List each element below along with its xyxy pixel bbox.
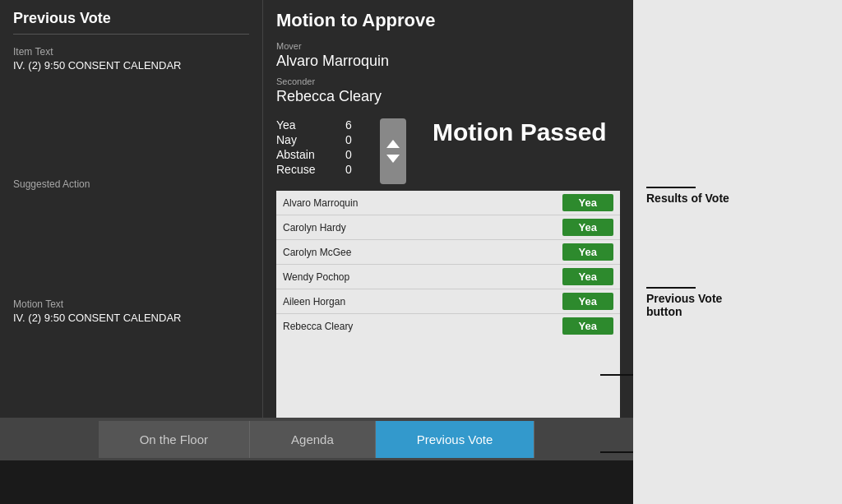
- tab-bar: On the FloorAgendaPrevious Vote: [0, 418, 633, 460]
- vote-badge: Yea: [562, 194, 613, 211]
- motion-text-value: IV. (2) 9:50 CONSENT CALENDAR: [13, 312, 249, 324]
- tab-agenda[interactable]: Agenda: [250, 421, 376, 458]
- tab-on-the-floor[interactable]: On the Floor: [99, 421, 250, 458]
- table-row: Alvaro MarroquinYea: [276, 191, 620, 215]
- vote-counts-table: Yea6Nay0Abstain0Recuse0: [276, 118, 370, 176]
- annotations-panel: Results of Vote Previous Vote button: [633, 0, 842, 504]
- prev-vote-arrow-line: [600, 451, 633, 453]
- seconder-name: Rebecca Cleary: [276, 88, 620, 105]
- prev-vote-annotation-block: Previous Vote button: [646, 287, 829, 318]
- vote-badge: Yea: [562, 243, 613, 261]
- motion-text-section: Motion Text IV. (2) 9:50 CONSENT CALENDA…: [13, 298, 249, 324]
- item-text-label: Item Text: [13, 46, 249, 58]
- seconder-label: Seconder: [276, 76, 620, 86]
- table-row: Rebecca ClearyYea: [276, 314, 620, 338]
- table-row: Carolyn HardyYea: [276, 215, 620, 240]
- item-text-value: IV. (2) 9:50 CONSENT CALENDAR: [13, 59, 249, 72]
- vote-count-label: Yea: [276, 118, 342, 132]
- voter-name: Wendy Pochop: [283, 271, 562, 283]
- motion-text-label: Motion Text: [13, 298, 249, 310]
- motion-status: Motion Passed: [416, 118, 607, 146]
- voter-name: Rebecca Cleary: [283, 321, 562, 332]
- vote-badge: Yea: [562, 268, 613, 285]
- results-annotation-block: Results of Vote: [646, 187, 829, 205]
- arrow-line2: [646, 287, 696, 289]
- vote-count-num: 0: [345, 133, 370, 146]
- vote-badge: Yea: [562, 317, 613, 335]
- scroll-control[interactable]: [380, 118, 406, 184]
- vote-count-label: Abstain: [276, 148, 342, 161]
- vote-count-num: 0: [345, 163, 370, 176]
- vote-counts-area: Yea6Nay0Abstain0Recuse0 Motion Passed: [276, 118, 620, 184]
- table-row: Wendy PochopYea: [276, 265, 620, 289]
- mover-name: Alvaro Marroquin: [276, 53, 620, 70]
- results-arrow-line: [600, 374, 633, 376]
- vote-badge: Yea: [562, 293, 613, 310]
- prev-vote-annotation-text: Previous Vote button: [646, 292, 829, 318]
- prev-vote-annotation-arrow: [646, 287, 829, 289]
- suggested-action-section: Suggested Action: [13, 178, 249, 192]
- suggested-action-label: Suggested Action: [13, 178, 249, 190]
- motion-title: Motion to Approve: [276, 10, 620, 31]
- results-annotation-text: Results of Vote: [646, 192, 829, 205]
- arrow-line: [646, 187, 696, 188]
- voter-name: Carolyn Hardy: [283, 222, 562, 234]
- vote-badge: Yea: [562, 219, 613, 236]
- table-row: Carolyn McGeeYea: [276, 240, 620, 265]
- results-annotation-arrow: [646, 187, 829, 188]
- tab-previous-vote[interactable]: Previous Vote: [376, 421, 535, 458]
- scroll-up-button[interactable]: [386, 140, 400, 148]
- right-panel: Motion to Approve Mover Alvaro Marroquin…: [263, 0, 633, 460]
- vote-count-label: Nay: [276, 133, 342, 146]
- panel-title: Previous Vote: [13, 10, 249, 35]
- voter-name: Alvaro Marroquin: [283, 197, 562, 209]
- item-text-section: Item Text IV. (2) 9:50 CONSENT CALENDAR: [13, 46, 249, 72]
- vote-count-num: 0: [345, 148, 370, 161]
- main-container: Previous Vote Item Text IV. (2) 9:50 CON…: [0, 0, 633, 460]
- vote-results-table: Alvaro MarroquinYeaCarolyn HardyYeaCarol…: [276, 191, 620, 451]
- left-panel: Previous Vote Item Text IV. (2) 9:50 CON…: [0, 0, 263, 460]
- mover-label: Mover: [276, 41, 620, 51]
- scroll-down-button[interactable]: [386, 155, 400, 163]
- vote-count-label: Recuse: [276, 163, 342, 176]
- vote-count-num: 6: [345, 118, 370, 132]
- voter-name: Carolyn McGee: [283, 247, 562, 258]
- voter-name: Aileen Horgan: [283, 296, 562, 307]
- table-row: Aileen HorganYea: [276, 289, 620, 314]
